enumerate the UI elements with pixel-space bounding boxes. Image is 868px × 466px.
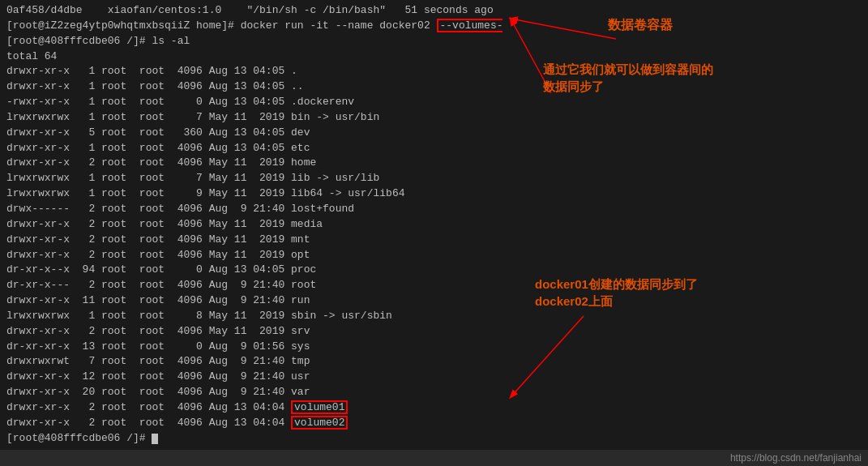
terminal-line: drwxr-xr-x 1 root root 4096 Aug 13 04:05… bbox=[6, 141, 496, 156]
terminal-line-volume02: drwxr-xr-x 2 root root 4096 Aug 13 04:04… bbox=[6, 416, 496, 431]
annotation-docker01-sync: docker01创建的数据同步到了docker02上面 bbox=[535, 276, 698, 310]
svg-line-1 bbox=[511, 19, 551, 93]
volume01-dir: volume01 bbox=[291, 400, 348, 414]
terminal-line: drwxr-xr-x 11 root root 4096 Aug 9 21:40… bbox=[6, 293, 496, 309]
terminal-line: 0af458/d4dbe xiaofan/centos:1.0 "/bin/sh… bbox=[6, 3, 496, 19]
volume02-dir: volume02 bbox=[291, 416, 348, 430]
terminal-line: drwxr-xr-x 1 root root 4096 Aug 13 04:05… bbox=[6, 64, 496, 79]
terminal-line: drwxr-xr-x 2 root root 4096 May 11 2019 … bbox=[6, 324, 496, 340]
prompt-text: [root@iZ2zeg4ytp0whqtmxbsqiiZ home]# doc… bbox=[6, 19, 437, 32]
terminal-line: lrwxrwxrwx 1 root root 7 May 11 2019 lib… bbox=[6, 171, 496, 186]
terminal-line: drwxr-xr-x 2 root root 4096 May 11 2019 … bbox=[6, 217, 496, 233]
volumes-from-flag: --volumes-from bbox=[437, 19, 503, 32]
terminal-line: dr-xr-x--x 94 root root 0 Aug 13 04:05 p… bbox=[6, 263, 496, 278]
terminal-line: dr-xr-x--- 2 root root 4096 Aug 9 21:40 … bbox=[6, 278, 496, 293]
terminal-line: drwxr-xr-x 1 root root 4096 Aug 13 04:05… bbox=[6, 79, 496, 95]
terminal-line-docker-run: [root@iZ2zeg4ytp0whqtmxbsqiiZ home]# doc… bbox=[6, 19, 496, 34]
footer-url: https://blog.csdn.net/fanjianhai bbox=[0, 450, 868, 466]
svg-line-0 bbox=[511, 19, 616, 39]
terminal-line: drwx------ 2 root root 4096 Aug 9 21:40 … bbox=[6, 202, 496, 217]
terminal-line: lrwxrwxrwx 1 root root 8 May 11 2019 sbi… bbox=[6, 309, 496, 324]
annotations-panel: 数据卷容器 通过它我们就可以做到容器间的数据同步了 docker01创建的数据同… bbox=[502, 0, 868, 466]
terminal-line: drwxr-xr-x 12 root root 4096 Aug 9 21:40… bbox=[6, 370, 496, 385]
terminal-line: -rwxr-xr-x 1 root root 0 Aug 13 04:05 .d… bbox=[6, 95, 496, 110]
terminal-line: drwxr-xr-x 5 root root 360 Aug 13 04:05 … bbox=[6, 126, 496, 141]
terminal-line: total 64 bbox=[6, 49, 496, 65]
terminal: 0af458/d4dbe xiaofan/centos:1.0 "/bin/sh… bbox=[0, 0, 502, 466]
terminal-line: lrwxrwxrwx 1 root root 9 May 11 2019 lib… bbox=[6, 186, 496, 202]
arrows-svg bbox=[502, 0, 868, 466]
terminal-line: drwxr-xr-x 20 root root 4096 Aug 9 21:40… bbox=[6, 385, 496, 400]
svg-line-2 bbox=[511, 316, 584, 397]
terminal-line: drwxr-xr-x 2 root root 4096 May 11 2019 … bbox=[6, 248, 496, 263]
terminal-line: drwxr-xr-x 2 root root 4096 May 11 2019 … bbox=[6, 156, 496, 171]
terminal-line-volume01: drwxr-xr-x 2 root root 4096 Aug 13 04:04… bbox=[6, 400, 496, 416]
annotation-data-sync: 通过它我们就可以做到容器间的数据同步了 bbox=[543, 61, 713, 95]
terminal-line: drwxr-xr-x 2 root root 4096 May 11 2019 … bbox=[6, 233, 496, 248]
terminal-line: dr-xr-xr-x 13 root root 0 Aug 9 01:56 sy… bbox=[6, 340, 496, 355]
terminal-prompt-final: [root@408fffcdbe06 /]# bbox=[6, 431, 496, 447]
terminal-line: [root@408fffcdbe06 /]# ls -al bbox=[6, 34, 496, 49]
terminal-line: drwxrwxrwt 7 root root 4096 Aug 9 21:40 … bbox=[6, 354, 496, 370]
terminal-line: lrwxrwxrwx 1 root root 7 May 11 2019 bin… bbox=[6, 110, 496, 126]
cursor bbox=[152, 434, 158, 444]
annotation-data-volume-container: 数据卷容器 bbox=[608, 16, 673, 34]
